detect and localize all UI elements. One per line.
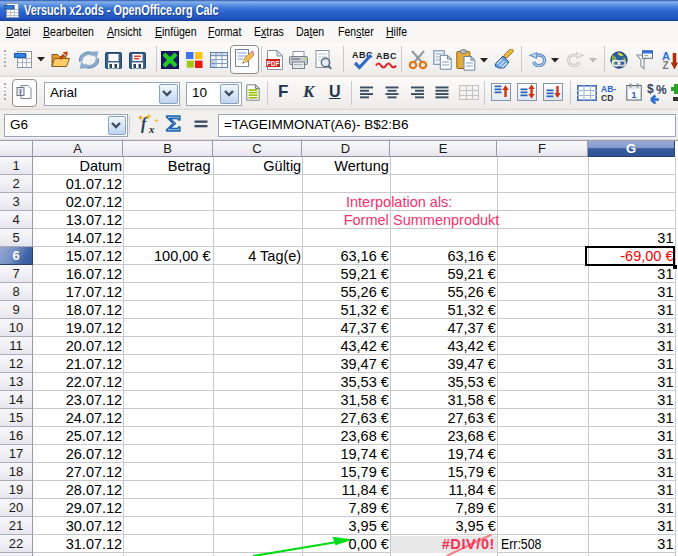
svg-text:1: 1 bbox=[631, 89, 637, 100]
svg-text:PDF: PDF bbox=[267, 60, 280, 67]
svg-text:ABC: ABC bbox=[376, 51, 397, 61]
svg-text:Z: Z bbox=[663, 60, 669, 70]
svg-text:%: % bbox=[656, 83, 667, 97]
svg-text:x: x bbox=[148, 124, 154, 134]
svg-text:$: $ bbox=[647, 82, 654, 96]
svg-text:CD: CD bbox=[601, 93, 613, 102]
